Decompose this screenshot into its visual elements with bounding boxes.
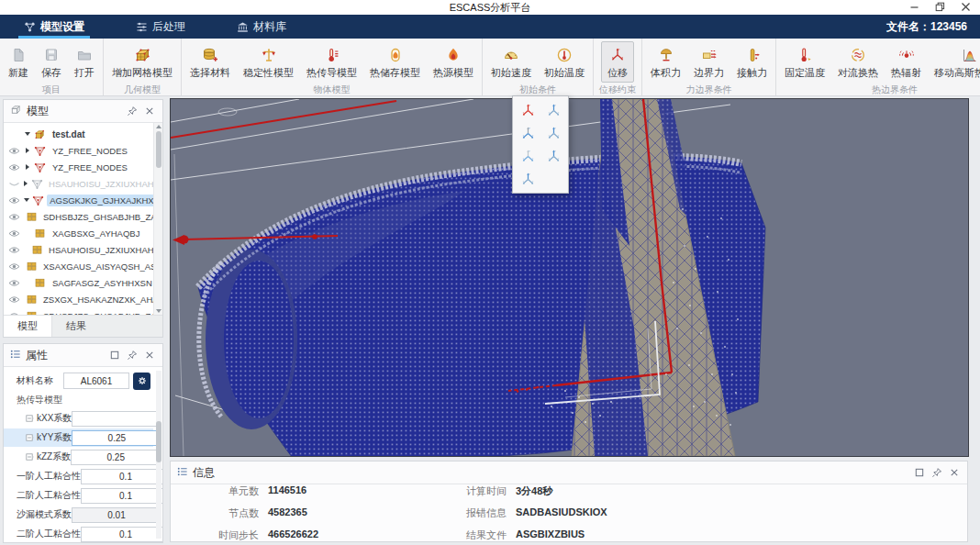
contact-force-button[interactable]: 接触力 (730, 41, 774, 83)
panel-close-icon[interactable] (143, 105, 156, 117)
heat-conduction-button[interactable]: 热传导模型 (300, 41, 363, 83)
body-force-button[interactable]: 体积力 (644, 41, 687, 83)
add-mesh-model-button[interactable]: 增加网格模型 (106, 41, 179, 83)
property-value-input[interactable] (72, 430, 161, 446)
mesh-cube-icon (134, 47, 150, 63)
axis-icon (546, 103, 562, 118)
expand-arrow-icon[interactable] (24, 181, 28, 186)
properties-scrollbar[interactable] (156, 371, 161, 539)
visibility-toggle[interactable] (8, 277, 20, 289)
tab-label: 后处理 (152, 19, 185, 35)
displacement-option-constraint-2[interactable] (540, 100, 566, 120)
tree-item[interactable]: XAGBSXG_AYHAQBJ (4, 225, 162, 241)
tree-item[interactable]: YZ_FREE_NODES (4, 142, 162, 159)
wire-cube-icon (10, 104, 22, 118)
expand-arrow-icon[interactable] (26, 148, 29, 153)
material-settings-button[interactable] (133, 373, 150, 390)
minimize-icon[interactable] (909, 2, 919, 12)
displacement-option-constraint-4[interactable] (540, 123, 566, 143)
property-value-input[interactable] (81, 527, 162, 542)
radiation-button[interactable]: 热辐射 (885, 41, 928, 83)
heat-storage-button[interactable]: 热储存模型 (363, 41, 427, 83)
property-value-input[interactable] (71, 450, 161, 465)
visibility-toggle[interactable] (8, 294, 20, 306)
tree-item[interactable]: YZ_FREE_NODES (4, 159, 162, 175)
restore-icon[interactable] (935, 2, 945, 12)
visibility-toggle[interactable] (8, 261, 20, 272)
tree-item[interactable]: test.dat (4, 126, 162, 142)
tree-item[interactable]: ZSXGX_HSAKAZNZXK_AHASX (4, 291, 162, 307)
material-name-input[interactable] (63, 373, 129, 389)
visibility-toggle[interactable] (8, 145, 20, 157)
body-force-icon (658, 47, 674, 63)
info-stat-label: 结果文件 (442, 528, 516, 542)
scroll-thumb[interactable] (156, 131, 161, 168)
heat-source-button[interactable]: 热源模型 (427, 41, 480, 83)
close-icon[interactable] (961, 2, 971, 12)
new-button[interactable]: 新建 (2, 41, 35, 83)
property-value-input[interactable] (72, 411, 161, 427)
panel-close-icon[interactable] (143, 349, 156, 361)
open-button[interactable]: 打开 (68, 41, 101, 83)
displacement-option-constraint-7[interactable] (515, 169, 540, 189)
collapse-arrow-icon[interactable] (25, 132, 30, 136)
tree-item[interactable]: SDHSBJZS_GHSABJHB_ZAHU (4, 307, 162, 315)
expand-arrow-icon[interactable] (26, 164, 29, 170)
panel-close-icon[interactable] (948, 466, 961, 479)
convection-button[interactable]: 对流换热 (831, 41, 885, 83)
post-process-icon (136, 21, 148, 33)
panel-tab-结果[interactable]: 结果 (52, 316, 100, 337)
scroll-up-icon[interactable] (156, 125, 161, 128)
save-button[interactable]: 保存 (35, 41, 68, 83)
property-label: 二阶人工粘合性 (4, 528, 81, 540)
tree-scrollbar[interactable] (153, 123, 162, 315)
displacement-option-constraint-xyz-active[interactable] (515, 100, 540, 120)
gear-icon (137, 375, 148, 386)
grid-icon (26, 310, 38, 316)
visibility-toggle[interactable] (8, 161, 20, 173)
window-controls (909, 2, 971, 12)
visibility-toggle[interactable] (8, 228, 20, 239)
visibility-toggle[interactable] (8, 211, 20, 223)
visibility-toggle[interactable] (8, 178, 20, 190)
property-value-input[interactable] (72, 507, 161, 523)
tab-material-library[interactable]: 材料库 (231, 15, 292, 39)
maximize-panel-icon[interactable] (108, 349, 121, 361)
pin-icon[interactable] (126, 105, 139, 117)
viewport-3d[interactable] (170, 98, 969, 457)
property-value-input[interactable] (81, 469, 162, 484)
titlebar: ESCASS分析平台 (0, 0, 980, 15)
scroll-down-icon[interactable] (156, 309, 161, 313)
collapse-arrow-icon[interactable] (24, 198, 29, 202)
visibility-toggle[interactable] (8, 310, 20, 316)
pin-icon[interactable] (126, 349, 139, 361)
visibility-toggle[interactable] (8, 195, 20, 206)
tree-item[interactable]: SAGFASGZ_ASYHHXSN (4, 274, 162, 291)
tree-item[interactable]: HSAUHOISU_JZXIUXHAHX (4, 175, 162, 192)
select-material-button[interactable]: 选择材料 (184, 41, 237, 83)
initial-temperature-button[interactable]: 初始温度 (538, 41, 591, 83)
property-value-input[interactable] (81, 488, 162, 504)
gaussian-flux-button[interactable]: 移动高斯热通量 (928, 41, 980, 83)
visibility-toggle[interactable] (8, 244, 20, 256)
tab-model-settings[interactable]: 模型设置 (18, 15, 90, 39)
tree-item[interactable]: AGSGKJKG_GJHXAJKHXA (4, 192, 162, 208)
initial-velocity-button[interactable]: 初始速度 (484, 41, 538, 83)
tree-item[interactable]: XSAXGAUS_AISYAQSH_ASHX (4, 258, 162, 274)
displacement-option-constraint-3[interactable] (515, 123, 540, 143)
tree-item-label: YZ_FREE_NODES (50, 145, 130, 157)
tree-item[interactable]: HSAUHOISU_JZXIUXHAHX (4, 241, 162, 258)
tab-post-process[interactable]: 后处理 (130, 15, 191, 39)
pin-icon[interactable] (930, 466, 943, 479)
boundary-force-button[interactable]: 边界力 (687, 41, 730, 83)
fixed-temperature-button[interactable]: 固定温度 (778, 41, 831, 83)
material-select-icon (202, 47, 218, 63)
panel-tab-模型[interactable]: 模型 (4, 316, 52, 337)
tree-item[interactable]: SDHSBJZS_GHSABJHB_ZAHU (4, 208, 162, 225)
displacement-option-constraint-5[interactable] (515, 146, 540, 166)
model-settings-icon (24, 21, 36, 33)
displacement-button[interactable]: 位移 (601, 41, 634, 83)
displacement-option-constraint-6[interactable] (540, 146, 566, 166)
maximize-panel-icon[interactable] (913, 466, 926, 479)
stability-model-button[interactable]: 稳定性模型 (237, 41, 300, 83)
